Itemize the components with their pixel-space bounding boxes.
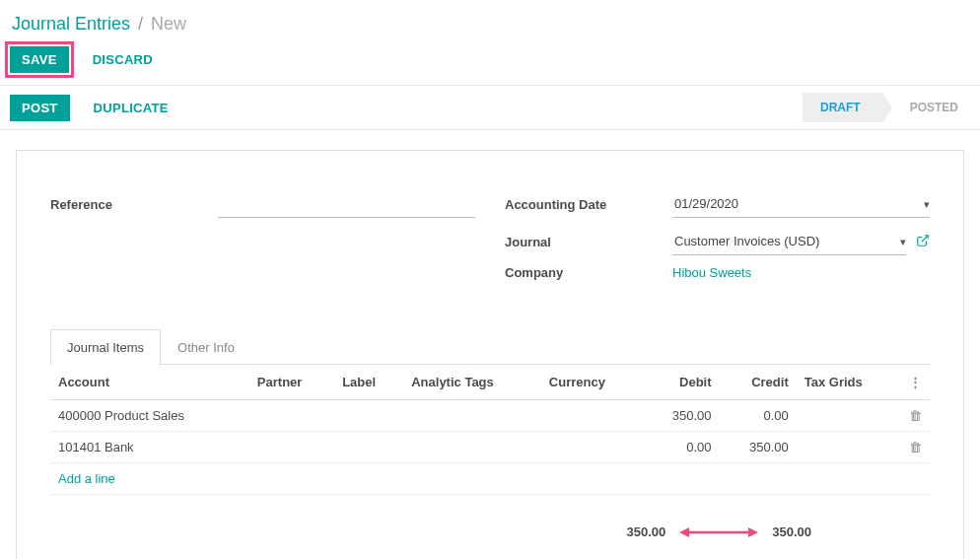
breadcrumb: Journal Entries / New (0, 0, 980, 46)
form-sheet: Reference Accounting Date ▾ Journal ▾ (16, 150, 964, 559)
table-row[interactable]: 101401 Bank 0.00 350.00 🗑 (50, 432, 930, 463)
total-debit: 350.00 (626, 524, 665, 539)
toolbar-primary: SAVE DISCARD (0, 46, 980, 85)
cell-credit[interactable]: 0.00 (720, 400, 797, 432)
cell-debit[interactable]: 0.00 (642, 432, 719, 463)
journal-input[interactable] (672, 228, 906, 255)
journal-items-table: Account Partner Label Analytic Tags Curr… (50, 365, 930, 495)
tab-journal-items[interactable]: Journal Items (50, 329, 161, 365)
company-value[interactable]: Hibou Sweets (672, 265, 751, 280)
save-button[interactable]: SAVE (10, 46, 69, 73)
col-partner[interactable]: Partner (249, 365, 334, 400)
col-tax[interactable]: Tax Grids (797, 365, 900, 400)
col-currency[interactable]: Currency (541, 365, 642, 400)
cell-partner[interactable] (249, 432, 334, 463)
company-label: Company (505, 265, 672, 280)
col-debit[interactable]: Debit (642, 365, 719, 400)
status-draft[interactable]: DRAFT (803, 93, 882, 122)
duplicate-button[interactable]: DUPLICATE (82, 95, 180, 121)
breadcrumb-root[interactable]: Journal Entries (12, 14, 130, 34)
journal-label: Journal (505, 235, 672, 249)
col-actions[interactable]: ⋮ (900, 365, 930, 400)
external-link-icon[interactable] (916, 234, 930, 250)
arrow-icon (679, 526, 758, 538)
accounting-date-label: Accounting Date (505, 197, 672, 212)
table-row[interactable]: 400000 Product Sales 350.00 0.00 🗑 (50, 400, 930, 432)
more-icon: ⋮ (909, 375, 922, 389)
cell-debit[interactable]: 350.00 (642, 400, 719, 432)
cell-analytic[interactable] (403, 432, 541, 463)
cell-label[interactable] (334, 432, 403, 463)
add-line-link[interactable]: Add a line (58, 471, 115, 486)
toolbar-secondary: POST DUPLICATE DRAFT POSTED (0, 85, 980, 130)
col-analytic[interactable]: Analytic Tags (403, 365, 541, 400)
status-posted[interactable]: POSTED (882, 93, 980, 122)
discard-button[interactable]: DISCARD (81, 46, 165, 73)
trash-icon[interactable]: 🗑 (909, 408, 922, 423)
cell-account[interactable]: 101401 Bank (50, 432, 249, 463)
cell-partner[interactable] (249, 400, 334, 432)
cell-currency[interactable] (541, 432, 642, 463)
svg-marker-2 (679, 527, 689, 537)
cell-tax[interactable] (797, 400, 900, 432)
cell-label[interactable] (334, 400, 403, 432)
cell-tax[interactable] (797, 432, 900, 463)
reference-input[interactable] (218, 190, 475, 218)
trash-icon[interactable]: 🗑 (909, 440, 922, 454)
tab-other-info[interactable]: Other Info (161, 329, 251, 365)
cell-account[interactable]: 400000 Product Sales (50, 400, 249, 432)
cell-analytic[interactable] (403, 400, 541, 432)
total-credit: 350.00 (772, 524, 811, 539)
svg-line-0 (922, 235, 928, 241)
accounting-date-input[interactable] (672, 190, 930, 218)
breadcrumb-sep: / (138, 14, 143, 34)
breadcrumb-current: New (151, 14, 186, 34)
col-account[interactable]: Account (50, 365, 249, 400)
add-line-row: Add a line (50, 463, 930, 495)
reference-label: Reference (50, 197, 218, 212)
cell-credit[interactable]: 350.00 (720, 432, 797, 463)
status-bar: DRAFT POSTED (803, 93, 980, 122)
tabs: Journal Items Other Info (50, 329, 930, 365)
col-label[interactable]: Label (334, 365, 403, 400)
totals: 350.00 350.00 (50, 495, 930, 559)
post-button[interactable]: POST (10, 95, 70, 121)
col-credit[interactable]: Credit (720, 365, 797, 400)
svg-marker-3 (748, 527, 758, 537)
cell-currency[interactable] (541, 400, 642, 432)
